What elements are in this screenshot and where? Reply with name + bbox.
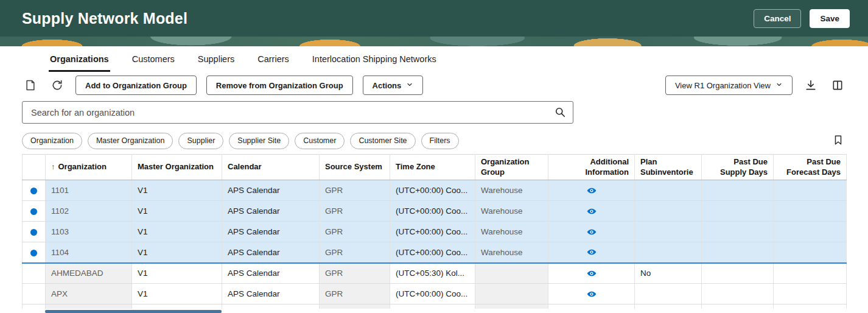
cell-organization[interactable]: 1103 (46, 222, 132, 242)
cell-past_due_supply[interactable] (702, 284, 774, 304)
bookmark-icon[interactable] (833, 134, 844, 148)
row-selector[interactable] (23, 201, 46, 222)
chip-master-organization[interactable]: Master Organization (88, 133, 173, 149)
row-selector[interactable] (23, 263, 46, 284)
cell-org_group[interactable] (475, 263, 548, 284)
search-input[interactable] (22, 101, 573, 124)
save-button[interactable]: Save (810, 9, 850, 28)
split-columns-icon[interactable] (829, 77, 846, 94)
cell-calendar[interactable] (222, 304, 320, 309)
chip-customer[interactable]: Customer (295, 133, 345, 149)
cell-past_due_supply[interactable] (702, 201, 774, 222)
cell-organization[interactable]: 1101 (46, 180, 132, 201)
cell-organization[interactable]: AHMEDABAD (46, 263, 132, 284)
cell-past_due_forecast[interactable] (774, 201, 847, 222)
col-header-time_zone[interactable]: Time Zone (390, 155, 475, 180)
cell-calendar[interactable]: APS Calendar (222, 180, 320, 201)
cell-org_group[interactable]: Warehouse (475, 222, 548, 242)
chip-organization[interactable]: Organization (22, 133, 82, 149)
cell-org_group[interactable]: Warehouse (475, 201, 548, 222)
cell-additional_info[interactable] (548, 201, 635, 222)
select-all-header[interactable] (23, 155, 46, 180)
cell-plan_subinv[interactable] (635, 180, 702, 201)
cell-time_zone[interactable]: (UTC+00:00) Coo... (390, 284, 475, 304)
cell-past_due_supply[interactable] (702, 263, 774, 284)
cell-plan_subinv[interactable]: No (635, 263, 702, 284)
cell-master_org[interactable]: V1 (132, 263, 222, 284)
row-selector[interactable] (23, 304, 46, 309)
cell-past_due_supply[interactable] (702, 304, 774, 309)
cell-past_due_forecast[interactable] (774, 242, 847, 263)
cell-past_due_forecast[interactable] (774, 222, 847, 242)
cancel-button[interactable]: Cancel (754, 9, 801, 28)
cell-past_due_forecast[interactable] (774, 304, 847, 309)
cell-organization[interactable]: 1104 (46, 242, 132, 263)
view-selector-button[interactable]: View R1 Organization View (665, 76, 793, 95)
cell-source_system[interactable]: GPR (320, 222, 390, 242)
cell-master_org[interactable]: V1 (132, 201, 222, 222)
tab-carriers[interactable]: Carriers (256, 46, 290, 72)
chip-supplier-site[interactable]: Supplier Site (229, 133, 289, 149)
cell-calendar[interactable]: APS Calendar (222, 242, 320, 263)
cell-additional_info[interactable] (548, 263, 635, 284)
cell-calendar[interactable]: APS Calendar (222, 284, 320, 304)
cell-org_group[interactable] (475, 284, 548, 304)
cell-time_zone[interactable]: (UTC+05:30) Kol... (390, 263, 475, 284)
eye-icon[interactable] (587, 206, 597, 216)
cell-calendar[interactable]: APS Calendar (222, 201, 320, 222)
cell-master_org[interactable] (132, 304, 222, 309)
col-header-calendar[interactable]: Calendar (222, 155, 320, 180)
cell-source_system[interactable] (320, 304, 390, 309)
cell-source_system[interactable]: GPR (320, 284, 390, 304)
col-header-organization[interactable]: ↑Organization (46, 155, 132, 180)
refresh-icon[interactable] (49, 77, 66, 94)
eye-icon[interactable] (587, 289, 597, 299)
edit-page-icon[interactable] (22, 77, 39, 94)
cell-organization[interactable]: 1102 (46, 201, 132, 222)
col-header-org_group[interactable]: Organization Group (475, 155, 548, 180)
cell-additional_info[interactable] (548, 242, 635, 263)
col-header-plan_subinv[interactable]: Plan Subinventorie (635, 155, 702, 180)
cell-additional_info[interactable] (548, 304, 635, 309)
cell-past_due_supply[interactable] (702, 222, 774, 242)
col-header-master_org[interactable]: Master Organization (132, 155, 222, 180)
cell-additional_info[interactable] (548, 180, 635, 201)
cell-additional_info[interactable] (548, 222, 635, 242)
actions-menu-button[interactable]: Actions (363, 76, 424, 95)
cell-additional_info[interactable] (548, 284, 635, 304)
cell-past_due_supply[interactable] (702, 180, 774, 201)
cell-plan_subinv[interactable] (635, 222, 702, 242)
cell-organization[interactable] (46, 304, 132, 309)
cell-source_system[interactable]: GPR (320, 201, 390, 222)
search-icon[interactable] (554, 106, 566, 120)
cell-organization[interactable]: APX (46, 284, 132, 304)
cell-master_org[interactable]: V1 (132, 284, 222, 304)
cell-plan_subinv[interactable] (635, 284, 702, 304)
col-header-additional_info[interactable]: Additional Information (548, 155, 635, 180)
row-selector[interactable] (23, 242, 46, 263)
add-to-organization-group-button[interactable]: Add to Organization Group (75, 76, 197, 95)
cell-past_due_forecast[interactable] (774, 263, 847, 284)
row-selector[interactable] (23, 180, 46, 201)
row-selector[interactable] (23, 284, 46, 304)
cell-time_zone[interactable]: (UTC+00:00) Coo... (390, 201, 475, 222)
download-icon[interactable] (802, 77, 819, 94)
h-scrollbar-thumb[interactable] (45, 310, 222, 313)
cell-master_org[interactable]: V1 (132, 180, 222, 201)
tab-organizations[interactable]: Organizations (49, 46, 110, 72)
cell-past_due_supply[interactable] (702, 242, 774, 263)
chip-filters[interactable]: Filters (421, 133, 459, 149)
cell-calendar[interactable]: APS Calendar (222, 263, 320, 284)
cell-past_due_forecast[interactable] (774, 284, 847, 304)
chip-supplier[interactable]: Supplier (178, 133, 223, 149)
cell-plan_subinv[interactable] (635, 304, 702, 309)
cell-source_system[interactable]: GPR (320, 242, 390, 263)
cell-master_org[interactable]: V1 (132, 222, 222, 242)
cell-source_system[interactable]: GPR (320, 180, 390, 201)
col-header-past_due_forecast[interactable]: Past Due Forecast Days (774, 155, 847, 180)
row-selector[interactable] (23, 222, 46, 242)
col-header-source_system[interactable]: Source System (320, 155, 390, 180)
cell-time_zone[interactable]: (UTC+00:00) Coo... (390, 180, 475, 201)
chip-customer-site[interactable]: Customer Site (350, 133, 415, 149)
cell-past_due_forecast[interactable] (774, 180, 847, 201)
